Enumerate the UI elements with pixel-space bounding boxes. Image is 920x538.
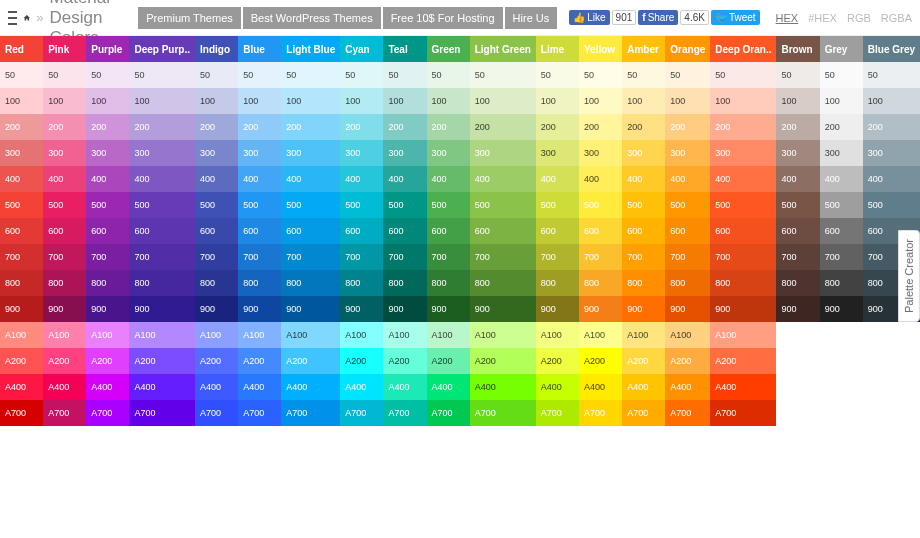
swatch[interactable]: 200 (427, 114, 470, 140)
swatch[interactable]: 200 (622, 114, 665, 140)
swatch[interactable]: 300 (43, 140, 86, 166)
swatch[interactable]: 50 (238, 62, 281, 88)
swatch[interactable]: 900 (579, 296, 622, 322)
swatch[interactable]: 400 (776, 166, 819, 192)
swatch[interactable]: A400 (43, 374, 86, 400)
swatch[interactable]: 700 (281, 244, 340, 270)
color-header[interactable]: Orange (665, 36, 710, 62)
swatch[interactable]: 300 (129, 140, 195, 166)
swatch[interactable]: 400 (281, 166, 340, 192)
swatch[interactable]: A400 (129, 374, 195, 400)
swatch[interactable]: 600 (536, 218, 579, 244)
swatch[interactable]: A200 (195, 348, 238, 374)
swatch[interactable]: A100 (86, 322, 129, 348)
swatch[interactable]: 300 (470, 140, 536, 166)
swatch[interactable]: A700 (0, 400, 43, 426)
swatch[interactable]: A100 (536, 322, 579, 348)
swatch[interactable]: 50 (86, 62, 129, 88)
color-header[interactable]: Yellow (579, 36, 622, 62)
swatch[interactable]: 100 (427, 88, 470, 114)
swatch[interactable]: 800 (195, 270, 238, 296)
swatch[interactable]: 400 (820, 166, 863, 192)
swatch[interactable]: 600 (665, 218, 710, 244)
swatch[interactable]: 700 (43, 244, 86, 270)
swatch[interactable]: 100 (195, 88, 238, 114)
swatch[interactable]: 600 (776, 218, 819, 244)
color-header[interactable]: Purple (86, 36, 129, 62)
swatch[interactable]: 100 (129, 88, 195, 114)
format-HEX[interactable]: HEX (776, 12, 799, 24)
swatch[interactable]: 50 (665, 62, 710, 88)
swatch[interactable]: 300 (340, 140, 383, 166)
swatch[interactable]: 50 (579, 62, 622, 88)
swatch[interactable]: 900 (776, 296, 819, 322)
swatch[interactable]: A200 (622, 348, 665, 374)
swatch[interactable]: 300 (820, 140, 863, 166)
swatch[interactable]: 800 (238, 270, 281, 296)
swatch[interactable]: A200 (579, 348, 622, 374)
swatch[interactable]: A100 (129, 322, 195, 348)
swatch[interactable]: A100 (238, 322, 281, 348)
swatch[interactable]: 800 (427, 270, 470, 296)
palette-creator-tab[interactable]: Palette Creator (898, 230, 920, 322)
swatch[interactable]: 50 (470, 62, 536, 88)
swatch[interactable]: 600 (129, 218, 195, 244)
swatch[interactable]: 800 (383, 270, 426, 296)
swatch[interactable]: 200 (863, 114, 920, 140)
swatch[interactable]: A100 (470, 322, 536, 348)
swatch[interactable]: 100 (86, 88, 129, 114)
swatch[interactable]: 500 (776, 192, 819, 218)
swatch[interactable]: A200 (427, 348, 470, 374)
swatch[interactable]: 200 (710, 114, 776, 140)
swatch[interactable]: 600 (195, 218, 238, 244)
swatch[interactable]: 300 (383, 140, 426, 166)
swatch[interactable]: 900 (340, 296, 383, 322)
swatch[interactable]: 400 (470, 166, 536, 192)
swatch[interactable]: 100 (536, 88, 579, 114)
swatch[interactable]: 100 (281, 88, 340, 114)
color-header[interactable]: Amber (622, 36, 665, 62)
swatch[interactable]: 50 (710, 62, 776, 88)
swatch[interactable]: A700 (579, 400, 622, 426)
header-button-0[interactable]: Premium Themes (138, 7, 241, 29)
swatch[interactable]: 100 (710, 88, 776, 114)
color-header[interactable]: Blue (238, 36, 281, 62)
swatch[interactable]: 600 (281, 218, 340, 244)
swatch[interactable]: 600 (820, 218, 863, 244)
swatch[interactable]: 700 (340, 244, 383, 270)
swatch[interactable]: 50 (863, 62, 920, 88)
swatch[interactable]: 100 (820, 88, 863, 114)
swatch[interactable]: 900 (622, 296, 665, 322)
swatch[interactable]: 700 (776, 244, 819, 270)
swatch[interactable]: 600 (43, 218, 86, 244)
swatch[interactable]: A100 (665, 322, 710, 348)
swatch[interactable]: 700 (0, 244, 43, 270)
swatch[interactable]: A200 (238, 348, 281, 374)
swatch[interactable]: 500 (0, 192, 43, 218)
swatch[interactable]: A200 (340, 348, 383, 374)
swatch[interactable]: A100 (281, 322, 340, 348)
swatch[interactable]: 900 (427, 296, 470, 322)
swatch[interactable]: 50 (427, 62, 470, 88)
swatch[interactable]: 200 (340, 114, 383, 140)
swatch[interactable]: 900 (383, 296, 426, 322)
swatch[interactable]: 800 (579, 270, 622, 296)
swatch[interactable]: A700 (710, 400, 776, 426)
swatch[interactable]: 200 (195, 114, 238, 140)
swatch[interactable]: 50 (340, 62, 383, 88)
swatch[interactable]: A700 (470, 400, 536, 426)
swatch[interactable]: 600 (238, 218, 281, 244)
swatch[interactable]: A400 (427, 374, 470, 400)
swatch[interactable]: 400 (86, 166, 129, 192)
swatch[interactable]: 50 (383, 62, 426, 88)
swatch[interactable]: 500 (195, 192, 238, 218)
swatch[interactable]: 700 (383, 244, 426, 270)
swatch[interactable]: 500 (427, 192, 470, 218)
format-hashHEX[interactable]: #HEX (808, 12, 837, 24)
swatch[interactable]: 400 (427, 166, 470, 192)
swatch[interactable]: 500 (710, 192, 776, 218)
swatch[interactable]: 500 (281, 192, 340, 218)
swatch[interactable]: A700 (86, 400, 129, 426)
fb-like-button[interactable]: 👍 Like (569, 10, 609, 25)
swatch[interactable]: 500 (536, 192, 579, 218)
